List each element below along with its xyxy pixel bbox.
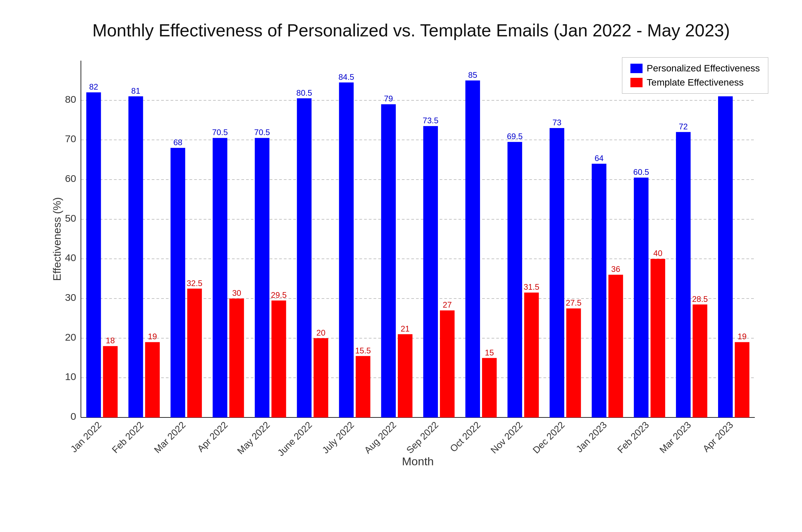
svg-rect-96 (718, 96, 732, 417)
svg-text:28.5: 28.5 (692, 294, 708, 304)
svg-rect-32 (187, 289, 202, 417)
chart-svg: 010203040506070808218Jan 20228119Feb 202… (47, 54, 775, 471)
svg-text:79: 79 (384, 94, 393, 103)
svg-rect-61 (423, 126, 437, 417)
svg-rect-46 (297, 98, 312, 417)
svg-text:31.5: 31.5 (524, 282, 539, 291)
svg-text:15: 15 (485, 348, 494, 357)
svg-text:60.5: 60.5 (633, 168, 649, 176)
svg-rect-22 (103, 346, 117, 417)
svg-text:82: 82 (89, 82, 98, 91)
svg-rect-82 (609, 274, 623, 417)
svg-text:Effectiveness (%): Effectiveness (%) (51, 197, 63, 281)
template-swatch (630, 78, 642, 87)
svg-text:18: 18 (106, 336, 115, 345)
svg-rect-92 (693, 305, 707, 417)
svg-text:70.5: 70.5 (212, 128, 228, 137)
svg-rect-21 (86, 92, 101, 417)
svg-rect-57 (398, 334, 412, 417)
svg-text:19: 19 (148, 332, 157, 341)
svg-rect-37 (229, 299, 244, 417)
svg-text:68: 68 (173, 138, 182, 147)
svg-rect-62 (440, 310, 454, 417)
svg-rect-81 (592, 164, 606, 417)
svg-rect-41 (255, 138, 269, 417)
svg-text:40: 40 (65, 252, 76, 263)
svg-rect-51 (339, 82, 354, 417)
svg-rect-86 (634, 177, 648, 417)
svg-text:69.5: 69.5 (507, 132, 523, 141)
svg-text:50: 50 (65, 213, 76, 224)
svg-text:20: 20 (317, 328, 326, 337)
legend-personalized: Personalized Effectiveness (630, 63, 760, 74)
svg-text:10: 10 (65, 371, 76, 382)
svg-text:73.5: 73.5 (423, 116, 439, 125)
svg-rect-42 (272, 301, 286, 417)
chart-area: 010203040506070808218Jan 20228119Feb 202… (47, 54, 775, 471)
svg-rect-71 (507, 142, 522, 417)
chart-container: Monthly Effectiveness of Personalized vs… (0, 0, 802, 532)
svg-text:27.5: 27.5 (566, 298, 581, 307)
svg-text:72: 72 (679, 122, 688, 131)
svg-rect-97 (735, 342, 749, 417)
svg-text:64: 64 (595, 154, 604, 163)
svg-rect-36 (213, 138, 227, 417)
svg-rect-77 (566, 308, 581, 417)
svg-rect-66 (465, 80, 480, 417)
legend: Personalized Effectiveness Template Effe… (622, 57, 768, 94)
svg-text:29.5: 29.5 (271, 290, 287, 300)
svg-text:32.5: 32.5 (187, 279, 203, 288)
svg-text:27: 27 (443, 300, 452, 309)
svg-text:60: 60 (65, 173, 76, 184)
svg-text:70.5: 70.5 (254, 128, 270, 137)
svg-text:36: 36 (611, 265, 620, 273)
svg-text:0: 0 (71, 411, 76, 422)
svg-text:Month: Month (402, 455, 434, 468)
svg-rect-67 (482, 358, 497, 418)
svg-rect-47 (314, 338, 328, 417)
svg-rect-52 (356, 356, 370, 417)
svg-text:15.5: 15.5 (355, 346, 371, 355)
svg-rect-72 (524, 292, 539, 417)
svg-rect-87 (651, 259, 665, 417)
svg-text:73: 73 (553, 118, 562, 127)
svg-rect-56 (381, 104, 396, 417)
svg-rect-91 (676, 132, 690, 417)
svg-rect-76 (549, 128, 564, 417)
svg-text:30: 30 (65, 292, 76, 303)
svg-text:84.5: 84.5 (338, 73, 354, 81)
svg-rect-27 (145, 342, 160, 417)
svg-rect-26 (128, 96, 143, 417)
chart-title: Monthly Effectiveness of Personalized vs… (47, 20, 775, 40)
svg-text:21: 21 (400, 324, 410, 333)
personalized-swatch (630, 64, 642, 73)
svg-rect-31 (171, 148, 185, 417)
svg-text:70: 70 (65, 133, 76, 144)
template-label: Template Effectiveness (647, 77, 743, 88)
svg-text:85: 85 (468, 71, 477, 79)
svg-text:40: 40 (653, 249, 663, 258)
legend-template: Template Effectiveness (630, 77, 760, 88)
svg-text:19: 19 (738, 332, 747, 341)
svg-text:80.5: 80.5 (296, 88, 312, 97)
svg-text:81: 81 (131, 86, 140, 95)
svg-text:80: 80 (65, 94, 76, 105)
svg-text:30: 30 (232, 288, 241, 298)
personalized-label: Personalized Effectiveness (647, 63, 760, 74)
svg-text:20: 20 (65, 331, 76, 343)
